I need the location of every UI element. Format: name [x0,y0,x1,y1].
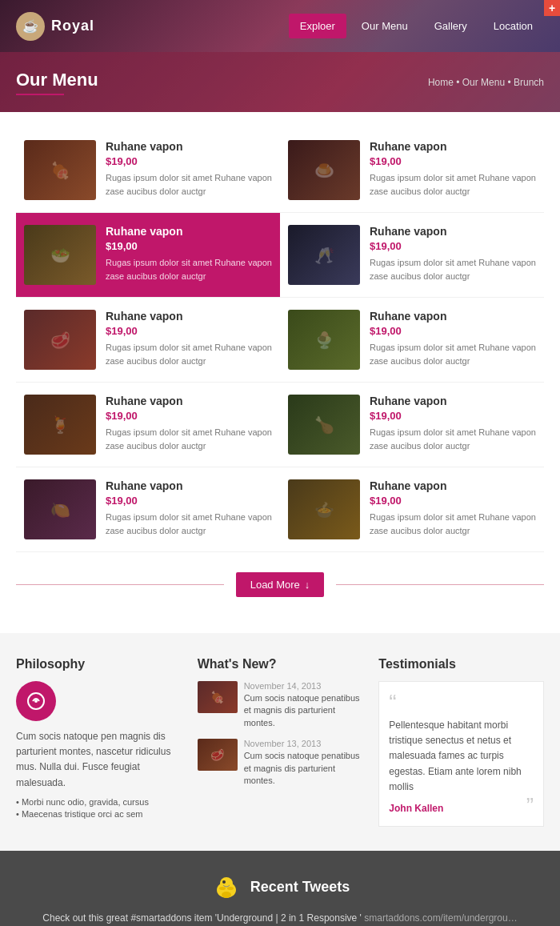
menu-item-info: Ruhane vapon $19,00 Rugas ipsum dolor si… [106,140,272,198]
menu-item-title: Ruhane vapon [370,395,536,407]
menu-item-desc: Rugas ipsum dolor sit amet Ruhane vapon … [370,171,536,198]
menu-item-title: Ruhane vapon [370,479,536,492]
nav-item-explorer[interactable]: Exploer [289,14,346,38]
menu-item-desc: Rugas ipsum dolor sit amet Ruhane vapon … [106,171,272,198]
tweet-link[interactable]: smartaddons.com/item/undergrou… [364,912,517,924]
nav-item-gallery[interactable]: Gallery [423,14,478,38]
menu-item-price: $19,00 [106,325,272,337]
menu-item-desc: Rugas ipsum dolor sit amet Ruhane vapon … [106,426,272,452]
menu-item-desc: Rugas ipsum dolor sit amet Ruhane vapon … [106,256,272,283]
testimonial-box: “ Pellentesque habitant morbi tristique … [378,681,544,827]
quote-close-icon: ” [526,795,534,817]
menu-item-info: Ruhane vapon $19,00 Rugas ipsum dolor si… [370,140,536,198]
tweets-section: Recent Tweets Check out this great #smar… [0,851,560,926]
menu-item: 🥂 Ruhane vapon $19,00 Rugas ipsum dolor … [280,213,544,298]
menu-item-info: Ruhane vapon $19,00 Rugas ipsum dolor si… [106,395,272,452]
menu-item-title: Ruhane vapon [106,225,272,238]
load-more-container: Load More ↓ [16,552,544,617]
menu-item-info: Ruhane vapon $19,00 Rugas ipsum dolor si… [370,310,536,367]
menu-item-highlighted: 🥗 Ruhane vapon $19,00 Rugas ipsum dolor … [16,213,280,298]
menu-item-image: 🍮 [288,140,360,200]
testimonials-title: Testimonials [378,657,544,671]
menu-item-info: Ruhane vapon $19,00 Rugas ipsum dolor si… [370,225,536,283]
menu-item: 🍮 Ruhane vapon $19,00 Rugas ipsum dolor … [280,128,544,213]
menu-item-desc: Rugas ipsum dolor sit amet Ruhane vapon … [370,426,536,452]
whats-new-date: November 13, 2013 [244,739,363,748]
load-more-button[interactable]: Load More ↓ [236,572,325,597]
menu-item-price: $19,00 [106,495,272,507]
menu-item-title: Ruhane vapon [106,140,272,153]
tweets-title: Recent Tweets [250,879,350,896]
menu-item: 🍖 Ruhane vapon $19,00 Rugas ipsum dolor … [16,128,280,213]
menu-item-image: 🍋 [24,479,96,539]
whats-new-image: 🥩 [198,739,238,771]
menu-item-image: 🥂 [288,225,360,285]
whats-new-item-info: November 13, 2013 Cum socis natoque pena… [244,739,363,787]
philosophy-bullets: Morbi nunc odio, gravida, cursus Maecena… [16,797,182,819]
whats-new-title: What's New? [198,657,363,671]
hero-section: Our Menu Home • Our Menu • Brunch [0,52,560,112]
menu-item-info: Ruhane vapon $19,00 Rugas ipsum dolor si… [106,225,272,283]
menu-item-title: Ruhane vapon [106,310,272,323]
bullet-item: Maecenas tristique orci ac sem [16,809,182,819]
menu-item-price: $19,00 [370,410,536,422]
menu-item-image: 🍖 [24,140,96,200]
menu-item-desc: Rugas ipsum dolor sit amet Ruhane vapon … [370,341,536,367]
site-header: ☕ Royal Exploer Our Menu Gallery Locatio… [0,0,560,52]
nav-item-location[interactable]: Location [482,14,544,38]
footer-sections: Philosophy Cum socis natoque pen magnis … [0,633,560,851]
menu-item-info: Ruhane vapon $19,00 Rugas ipsum dolor si… [106,310,272,367]
menu-grid: 🍖 Ruhane vapon $19,00 Rugas ipsum dolor … [16,128,544,552]
testimonial-author: John Kallen [389,801,534,816]
menu-item-price: $19,00 [370,495,536,507]
svg-point-1 [34,700,38,703]
menu-item: 🍗 Ruhane vapon $19,00 Rugas ipsum dolor … [280,383,544,467]
menu-item-price: $19,00 [370,155,536,167]
menu-item-title: Ruhane vapon [370,310,536,323]
bullet-item: Morbi nunc odio, gravida, cursus [16,797,182,807]
load-more-icon: ↓ [305,579,310,591]
menu-item: 🍲 Ruhane vapon $19,00 Rugas ipsum dolor … [280,467,544,552]
whats-new-item-info: November 14, 2013 Cum socis natoque pena… [244,681,363,729]
quote-open-icon: “ [389,691,534,714]
menu-item-image: 🍲 [288,479,360,539]
svg-point-7 [222,892,231,898]
menu-item-desc: Rugas ipsum dolor sit amet Ruhane vapon … [106,341,272,367]
svg-point-5 [219,887,226,890]
header-corner-icon[interactable]: + [544,0,560,16]
whats-new-section: What's New? 🍖 November 14, 2013 Cum soci… [198,657,363,827]
whats-new-image: 🍖 [198,681,238,713]
philosophy-content: Cum socis natoque pen magnis dis parturi… [16,729,182,791]
svg-point-6 [227,887,234,890]
menu-item: 🥩 Ruhane vapon $19,00 Rugas ipsum dolor … [16,298,280,383]
menu-item-desc: Rugas ipsum dolor sit amet Ruhane vapon … [370,511,536,537]
menu-item-info: Ruhane vapon $19,00 Rugas ipsum dolor si… [106,479,272,537]
menu-item-image: 🍗 [288,395,360,455]
menu-item-desc: Rugas ipsum dolor sit amet Ruhane vapon … [106,511,272,537]
whats-new-date: November 14, 2013 [244,681,363,691]
philosophy-title: Philosophy [16,657,182,671]
menu-item-info: Ruhane vapon $19,00 Rugas ipsum dolor si… [370,479,536,537]
logo-text: Royal [51,18,94,34]
testimonial-quote: Pellentesque habitant morbi tristique se… [389,718,534,795]
menu-item-price: $19,00 [370,325,536,337]
menu-item: 🍋 Ruhane vapon $19,00 Rugas ipsum dolor … [16,467,280,552]
divider-right [336,584,544,585]
logo-area: ☕ Royal [16,12,94,41]
nav-item-our-menu[interactable]: Our Menu [350,14,419,38]
menu-item: 🍹 Ruhane vapon $19,00 Rugas ipsum dolor … [16,383,280,467]
menu-item-image: 🍹 [24,395,96,455]
breadcrumb: Home • Our Menu • Brunch [428,77,544,88]
menu-item-image: 🥗 [24,225,96,285]
menu-item-title: Ruhane vapon [370,140,536,153]
menu-item-image: 🥩 [24,310,96,370]
menu-item-price: $19,00 [106,240,272,252]
whats-new-text: Cum socis natoque penatibus et magnis di… [244,692,363,729]
philosophy-icon [16,681,56,721]
menu-item-price: $19,00 [106,410,272,422]
main-content: 🍖 Ruhane vapon $19,00 Rugas ipsum dolor … [0,112,560,633]
menu-item-title: Ruhane vapon [370,225,536,238]
logo-icon: ☕ [16,12,45,41]
menu-item-price: $19,00 [370,240,536,252]
divider-left [16,584,224,585]
